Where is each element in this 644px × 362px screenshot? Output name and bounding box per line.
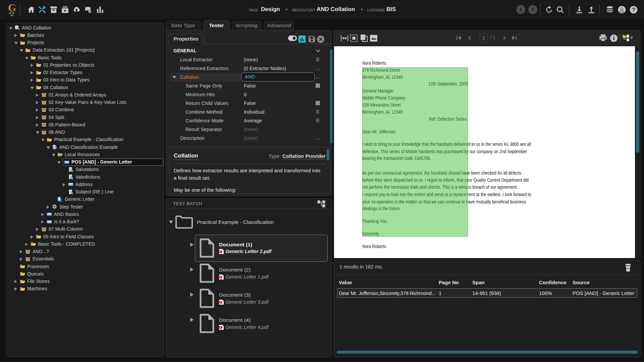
- svg-text:G: G: [8, 3, 16, 14]
- svg-text:P: P: [220, 276, 221, 278]
- svg-text:0123: 0123: [64, 161, 69, 163]
- svg-text:?: ?: [632, 6, 636, 13]
- svg-text:P: P: [220, 301, 221, 303]
- svg-text:P: P: [220, 251, 221, 253]
- svg-text:P: P: [220, 326, 221, 328]
- svg-text:0123: 0123: [68, 183, 73, 186]
- svg-text:0123: 0123: [47, 213, 52, 216]
- svg-text:0123: 0123: [47, 221, 52, 223]
